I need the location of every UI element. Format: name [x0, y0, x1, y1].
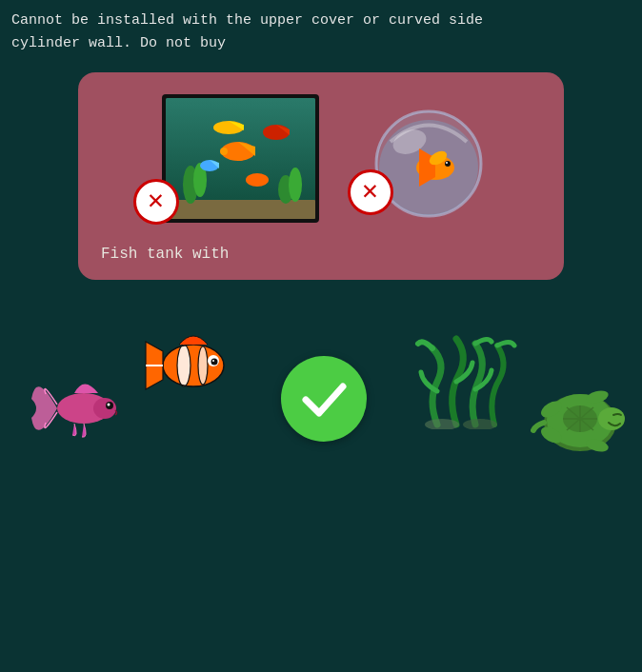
x-icon-tank: ✕: [148, 188, 164, 215]
svg-point-11: [263, 125, 290, 140]
svg-point-27: [93, 398, 116, 419]
bowl-container: ✕: [367, 99, 491, 223]
warning-line1: Cannot be installed with the upper cover…: [11, 12, 483, 29]
svg-point-40: [212, 360, 214, 362]
svg-point-50: [598, 407, 625, 430]
warning-line2: cylinder wall. Do not buy: [11, 35, 226, 51]
rectangular-tank-svg: [152, 89, 329, 232]
compatible-animals-section: [0, 299, 642, 489]
x-badge-tank: ✕: [133, 179, 179, 225]
clownfish: [141, 323, 246, 413]
x-badge-bowl: ✕: [348, 169, 393, 215]
svg-point-10: [220, 148, 228, 155]
x-icon-bowl: ✕: [362, 179, 378, 206]
tank-images-row: ✕: [101, 89, 541, 232]
card-label: Fish tank with: [101, 246, 229, 263]
svg-point-29: [108, 404, 110, 406]
betta-fish: [27, 351, 131, 461]
svg-point-15: [246, 173, 269, 187]
svg-point-16: [213, 121, 244, 134]
clownfish-svg: [141, 323, 246, 408]
checkmark-svg: [298, 373, 351, 425]
rectangular-tank-container: ✕: [152, 89, 329, 232]
checkmark-badge: [281, 356, 367, 442]
seaweed-svg: [413, 334, 518, 429]
betta-fish-svg: [27, 351, 131, 456]
svg-point-25: [446, 162, 448, 164]
svg-point-24: [445, 161, 451, 167]
svg-point-39: [211, 359, 218, 366]
svg-point-7: [289, 168, 302, 202]
warning-text-block: Cannot be installed with the upper cover…: [0, 0, 642, 63]
seaweed: [413, 334, 518, 434]
incompatible-tanks-card: ✕: [78, 72, 564, 280]
turtle-svg: [531, 373, 631, 464]
turtle: [531, 373, 631, 468]
